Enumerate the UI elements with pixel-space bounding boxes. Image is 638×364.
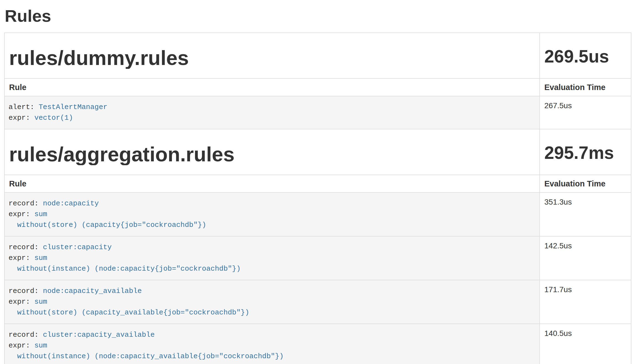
- rule-expr-label: expr:: [9, 298, 34, 306]
- rule-code: record: node:capacity_available expr: su…: [5, 280, 539, 324]
- rule-type-label: alert:: [9, 103, 39, 111]
- rule-expr-link[interactable]: sum without(store) (capacity{job="cockro…: [9, 210, 206, 229]
- rule-expr-label: expr:: [9, 210, 34, 218]
- rule-type-label: record:: [9, 243, 43, 251]
- rule-evaluation-time: 171.7us: [540, 280, 631, 324]
- rule-group-name: rules/dummy.rules: [9, 47, 535, 69]
- rule-group-name-cell: rules/aggregation.rules: [4, 129, 540, 175]
- column-header-row: Rule Evaluation Time: [4, 175, 631, 192]
- rule-row: record: node:capacity expr: sum without(…: [4, 192, 631, 236]
- rule-group-evaluation-time: 269.5us: [544, 47, 626, 66]
- rule-evaluation-time: 140.5us: [540, 324, 631, 364]
- rule-type-label: record:: [9, 331, 43, 339]
- rule-type-label: record:: [9, 199, 43, 208]
- rule-row: record: cluster:capacity_available expr:…: [4, 324, 631, 364]
- rules-table-body: rules/dummy.rules 269.5us Rule Evaluatio…: [4, 33, 631, 364]
- rule-code: record: cluster:capacity_available expr:…: [5, 324, 539, 364]
- rule-name-link[interactable]: cluster:capacity_available: [43, 331, 155, 339]
- rule-group-header-row: rules/dummy.rules 269.5us: [4, 33, 631, 78]
- rule-group-name-cell: rules/dummy.rules: [4, 33, 540, 78]
- rule-name-link[interactable]: node:capacity: [43, 199, 99, 208]
- evaluation-time-column-header: Evaluation Time: [540, 175, 631, 192]
- rule-row: record: cluster:capacity expr: sum witho…: [4, 236, 631, 280]
- rule-group-time-cell: 295.7ms: [540, 129, 631, 175]
- rule-code: record: cluster:capacity expr: sum witho…: [5, 237, 539, 280]
- rule-code-cell: record: cluster:capacity_available expr:…: [4, 324, 540, 364]
- rule-code-cell: record: node:capacity_available expr: su…: [4, 280, 540, 324]
- rule-type-label: record:: [9, 287, 43, 295]
- rule-group-evaluation-time: 295.7ms: [544, 144, 626, 162]
- rule-group-time-cell: 269.5us: [540, 33, 631, 78]
- column-header-row: Rule Evaluation Time: [4, 78, 631, 96]
- rule-evaluation-time: 351.3us: [540, 192, 631, 236]
- rule-evaluation-time: 267.5us: [540, 96, 631, 129]
- rule-code-cell: record: cluster:capacity expr: sum witho…: [4, 236, 540, 280]
- rule-code: alert: TestAlertManager expr: vector(1): [5, 96, 539, 129]
- rule-name-link[interactable]: TestAlertManager: [39, 103, 107, 111]
- rule-expr-label: expr:: [9, 254, 34, 262]
- rule-evaluation-time: 142.5us: [540, 236, 631, 280]
- rule-expr-label: expr:: [9, 341, 34, 350]
- rule-code-cell: record: node:capacity expr: sum without(…: [4, 192, 540, 236]
- rule-column-header: Rule: [4, 175, 540, 192]
- rule-expr-link[interactable]: sum without(instance) (node:capacity_ava…: [9, 341, 284, 360]
- rule-row: alert: TestAlertManager expr: vector(1) …: [4, 96, 631, 129]
- rules-table: rules/dummy.rules 269.5us Rule Evaluatio…: [4, 32, 631, 364]
- rule-code: record: node:capacity expr: sum without(…: [5, 193, 539, 236]
- rule-code-cell: alert: TestAlertManager expr: vector(1): [4, 96, 540, 129]
- rule-row: record: node:capacity_available expr: su…: [4, 280, 631, 324]
- rule-expr-link[interactable]: sum without(store) (capacity_available{j…: [9, 298, 249, 317]
- rule-group-header-row: rules/aggregation.rules 295.7ms: [4, 129, 631, 175]
- rule-name-link[interactable]: node:capacity_available: [43, 287, 142, 295]
- rule-group-name: rules/aggregation.rules: [9, 144, 535, 165]
- rule-expr-link[interactable]: sum without(instance) (node:capacity{job…: [9, 254, 241, 273]
- rule-expr-label: expr:: [9, 114, 34, 122]
- rule-column-header: Rule: [4, 78, 540, 96]
- page-title: Rules: [5, 7, 631, 25]
- evaluation-time-column-header: Evaluation Time: [540, 78, 631, 96]
- rule-expr-link[interactable]: vector(1): [34, 114, 73, 122]
- rule-name-link[interactable]: cluster:capacity: [43, 243, 112, 251]
